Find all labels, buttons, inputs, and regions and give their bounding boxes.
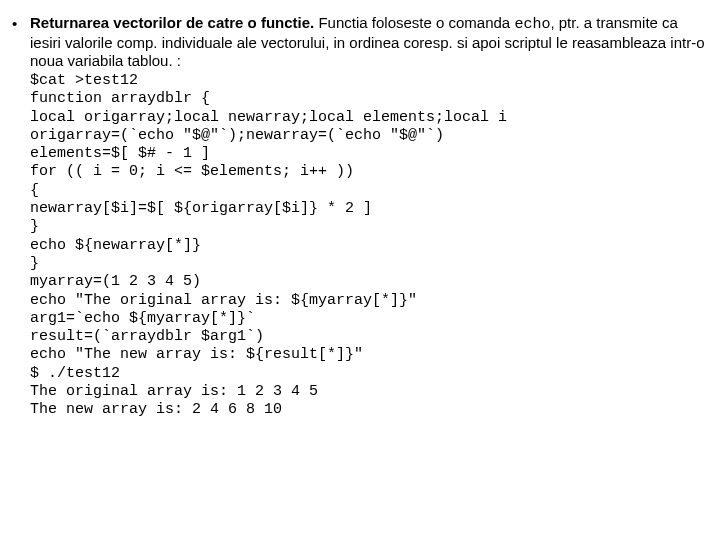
- inline-code-echo: echo: [514, 16, 550, 33]
- code-block: $cat >test12 function arraydblr { local …: [30, 72, 708, 420]
- bullet-part1: Functia foloseste o comanda: [314, 14, 514, 31]
- bullet-item: • Returnarea vectorilor de catre o funct…: [12, 14, 708, 420]
- bullet-text: Returnarea vectorilor de catre o functie…: [30, 14, 708, 70]
- bullet-content: Returnarea vectorilor de catre o functie…: [30, 14, 708, 420]
- bullet-marker: •: [12, 14, 30, 33]
- bullet-title: Returnarea vectorilor de catre o functie…: [30, 14, 314, 31]
- slide: • Returnarea vectorilor de catre o funct…: [0, 0, 720, 540]
